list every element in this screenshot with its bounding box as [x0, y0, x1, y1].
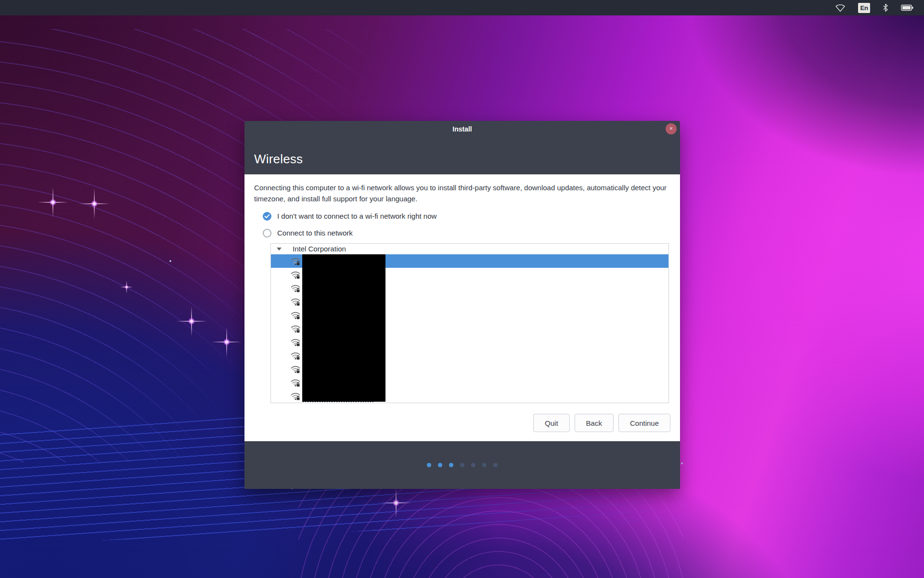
system-top-bar: En [0, 0, 924, 15]
install-dialog: Install × Wireless Connecting this compu… [244, 121, 680, 489]
keyboard-layout-indicator[interactable]: En [858, 3, 870, 13]
desktop: { "topbar": { "icons": [ {"name": "wifi-… [0, 0, 924, 578]
window-title: Install [452, 125, 472, 133]
redacted-network-names [302, 254, 385, 402]
network-row[interactable] [271, 403, 668, 403]
wifi-lock-icon [290, 364, 301, 374]
wifi-lock-icon [290, 324, 301, 333]
dialog-buttons: Quit Back Continue [533, 414, 670, 432]
back-button[interactable]: Back [575, 414, 614, 432]
progress-dot-4 [460, 463, 464, 467]
wifi-lock-icon [290, 256, 301, 266]
progress-dot-2 [438, 463, 442, 467]
dialog-titlebar: Install × [244, 121, 680, 137]
network-list: Intel Corporation [270, 243, 669, 403]
network-group-label: Intel Corporation [293, 245, 346, 253]
progress-dot-1 [427, 463, 431, 467]
wifi-lock-icon [290, 351, 301, 360]
battery-icon[interactable] [901, 4, 913, 11]
wifi-lock-icon [290, 270, 301, 279]
wifi-lock-icon [290, 310, 301, 320]
network-group-row[interactable]: Intel Corporation [271, 244, 668, 254]
radio-connect-network-label[interactable]: Connect to this network [277, 229, 353, 237]
dialog-content: Connecting this computer to a wi-fi netw… [244, 174, 680, 441]
page-title: Wireless [254, 152, 303, 167]
chevron-down-icon[interactable] [277, 248, 282, 250]
progress-dots [244, 441, 680, 489]
radio-selected-icon[interactable] [263, 212, 271, 221]
dialog-header: Wireless [244, 137, 680, 174]
progress-dot-7 [493, 463, 498, 467]
wifi-lock-icon [290, 391, 301, 401]
wifi-lock-icon [290, 337, 301, 347]
progress-dot-6 [482, 463, 487, 467]
close-icon[interactable]: × [666, 123, 677, 134]
wifi-icon[interactable] [835, 4, 846, 12]
description-text: Connecting this computer to a wi-fi netw… [254, 182, 678, 205]
wifi-lock-icon [290, 297, 301, 306]
radio-connect-network[interactable]: Connect to this network [263, 229, 670, 237]
wifi-lock-icon [290, 283, 301, 293]
progress-dot-5 [471, 463, 475, 467]
continue-button[interactable]: Continue [618, 414, 670, 432]
radio-no-wifi[interactable]: I don't want to connect to a wi-fi netwo… [263, 212, 670, 221]
bluetooth-icon[interactable] [883, 3, 888, 12]
wifi-lock-icon [290, 378, 301, 387]
radio-unselected-icon[interactable] [263, 229, 271, 237]
progress-dot-3 [449, 463, 453, 467]
radio-no-wifi-label[interactable]: I don't want to connect to a wi-fi netwo… [277, 212, 436, 220]
quit-button[interactable]: Quit [533, 414, 570, 432]
